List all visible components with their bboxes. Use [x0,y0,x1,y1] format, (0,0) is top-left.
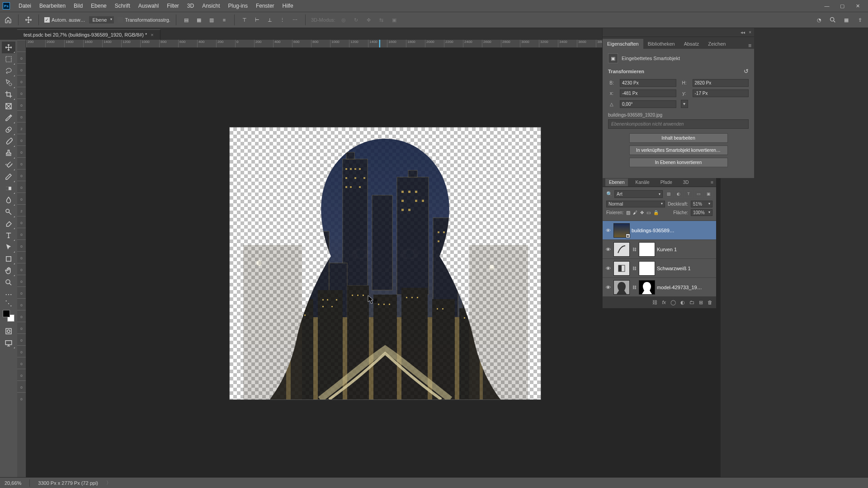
window-close-button[interactable]: ✕ [850,0,865,12]
new-group-icon[interactable]: 🗀 [689,300,694,305]
mask-thumbnail[interactable] [639,280,655,295]
more-align-icon[interactable]: ⋯ [291,15,300,24]
lock-transparency-icon[interactable]: ▨ [626,210,630,215]
layer-thumbnail[interactable]: ▣ [613,223,630,238]
type-tool[interactable] [2,230,15,241]
layer-name[interactable]: buildings-936589_1920 [632,228,677,233]
opacity-field[interactable]: 51% [691,201,712,207]
lock-position-icon[interactable]: ✥ [640,210,644,215]
visibility-toggle[interactable]: 👁 [604,285,612,290]
layer-row[interactable]: 👁 ⛓ Schwarzweiß 1 [603,258,716,277]
tab-eigenschaften[interactable]: Eigenschaften [603,39,643,49]
align-center-v-icon[interactable]: ⊢ [253,15,262,24]
frame-tool[interactable] [2,100,15,112]
align-left-icon[interactable]: ▤ [182,15,191,24]
stamp-tool[interactable] [2,147,15,159]
workspace-icon[interactable]: ▦ [842,15,851,24]
visibility-toggle[interactable]: 👁 [604,228,612,233]
layer-thumbnail[interactable] [613,280,630,295]
visibility-toggle[interactable]: 👁 [604,266,612,271]
dodge-tool[interactable] [2,206,15,218]
pen-tool[interactable] [2,218,15,230]
menu-3d[interactable]: 3D [183,3,198,9]
lasso-tool[interactable] [2,65,15,77]
new-layer-icon[interactable]: ⊞ [699,300,703,305]
height-field[interactable] [693,79,749,87]
lock-paint-icon[interactable]: 🖌 [633,210,637,215]
mask-link-icon[interactable]: ⛓ [632,266,637,271]
auto-select-target-dropdown[interactable]: Ebene [89,16,114,23]
filter-kind-dropdown[interactable]: Art [614,190,663,198]
link-layers-icon[interactable]: ⛓ [652,300,657,305]
brush-tool[interactable] [2,136,15,147]
blend-mode-dropdown[interactable]: Normal [606,201,665,207]
foreground-color-well[interactable] [3,310,10,317]
menu-bild[interactable]: Bild [70,3,87,9]
menu-fenster[interactable]: Fenster [252,3,278,9]
transform-controls-checkbox[interactable]: Transformationsstrg. [118,17,170,23]
layer-row[interactable]: 👁 ⛓ Kurven 1 [603,239,716,258]
tab-kanaele[interactable]: Kanäle [632,178,653,186]
align-center-h-icon[interactable]: ▦ [194,15,203,24]
menu-ebene[interactable]: Ebene [87,3,111,9]
zoom-level[interactable]: 20,66% [5,480,21,486]
menu-hilfe[interactable]: Hilfe [278,3,297,9]
reset-transform-icon[interactable]: ↺ [744,68,749,75]
layer-row[interactable]: 👁 ▣ buildings-936589_1920 [603,221,716,239]
marquee-tool[interactable] [2,53,15,65]
crop-tool[interactable] [2,89,15,100]
visibility-toggle[interactable]: 👁 [604,247,612,252]
edit-toolbar-icon[interactable]: ⋱ [2,300,15,306]
close-tab-icon[interactable]: × [151,32,153,38]
shape-tool[interactable] [2,253,15,265]
distribute-h-icon[interactable]: ≡ [220,15,229,24]
y-field[interactable] [693,89,749,97]
filter-pixel-icon[interactable]: ▨ [665,190,673,198]
move-tool[interactable] [2,42,15,53]
cloud-docs-icon[interactable]: ◔ [815,15,824,24]
layer-row[interactable]: 👁 ⛓ model-429733_1920 [603,277,716,296]
healing-tool[interactable] [2,124,15,136]
artboard[interactable] [230,127,541,399]
distribute-v-icon[interactable]: ⋮ [278,15,287,24]
auto-select-checkbox[interactable]: ✓Autom. ausw… [44,17,85,23]
panel-menu-icon[interactable]: ≡ [745,42,754,49]
menu-ansicht[interactable]: Ansicht [198,3,224,9]
screen-mode-icon[interactable] [2,337,15,349]
eraser-tool[interactable] [2,171,15,183]
history-brush-tool[interactable] [2,159,15,171]
filter-type-icon[interactable]: T [684,190,693,198]
window-minimize-button[interactable]: — [819,0,835,12]
window-maximize-button[interactable]: ▢ [835,0,850,12]
layer-name[interactable]: Kurven 1 [657,247,677,252]
gradient-tool[interactable] [2,183,15,194]
zoom-tool[interactable] [2,277,15,288]
vertical-ruler[interactable]: 000000200000020000000000000000 [17,40,26,477]
filter-adjust-icon[interactable]: ◐ [675,190,683,198]
menu-filter[interactable]: Filter [163,3,183,9]
close-panel-icon[interactable]: × [749,30,751,35]
tab-3d[interactable]: 3D [679,178,693,186]
mask-link-icon[interactable]: ⛓ [632,247,637,252]
filter-shape-icon[interactable]: ▭ [694,190,703,198]
color-wells[interactable] [2,309,15,323]
menu-datei[interactable]: Datei [14,3,35,9]
hand-tool[interactable] [2,265,15,277]
layer-comp-dropdown[interactable]: Ebenenkomposition nicht anwenden [608,119,749,129]
mask-thumbnail[interactable] [639,261,655,276]
menu-schrift[interactable]: Schrift [111,3,134,9]
tab-absatz[interactable]: Absatz [679,39,704,49]
adjustment-thumbnail[interactable] [613,261,630,276]
path-select-tool[interactable] [2,241,15,253]
layer-fx-icon[interactable]: fx [662,300,666,305]
document-tab[interactable]: test.psdc bei 20,7% (buildings-936589_19… [17,29,160,40]
edit-contents-button[interactable]: Inhalt bearbeiten [629,133,728,143]
new-adjustment-icon[interactable]: ◐ [680,300,685,305]
mask-thumbnail[interactable] [639,242,655,257]
more-tools-icon[interactable]: ⋯ [2,288,15,300]
document-dimensions[interactable]: 3300 Px x 2779 Px (72 ppi) [38,480,98,486]
align-bottom-icon[interactable]: ⊥ [265,15,274,24]
eyedropper-tool[interactable] [2,112,15,124]
share-icon[interactable]: ⇪ [855,15,864,24]
search-icon[interactable] [828,15,837,24]
